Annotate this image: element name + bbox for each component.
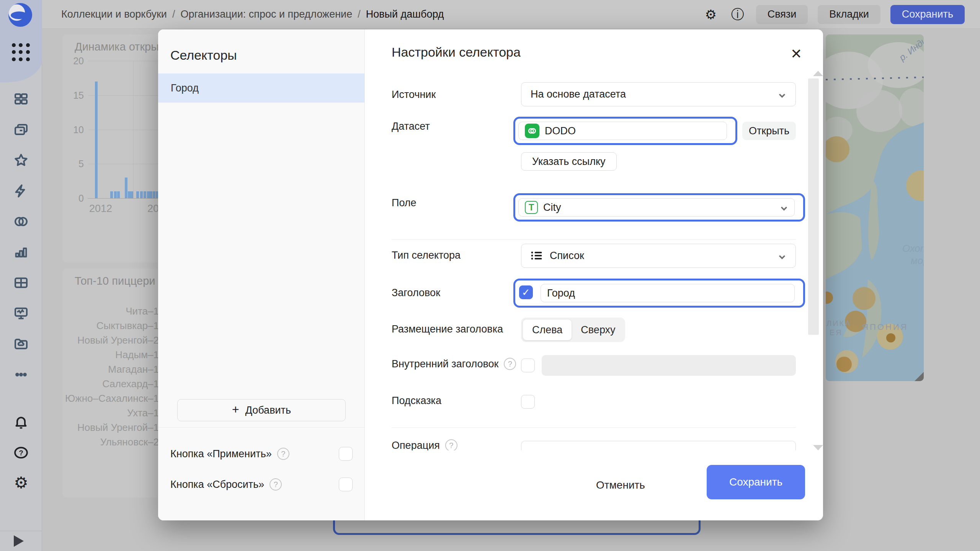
map-japan-label: ЯПОНИЯ: [862, 322, 908, 332]
reset-button-label: Кнопка «Сбросить»: [170, 479, 264, 491]
chevron-down-icon: [780, 203, 788, 212]
header-input[interactable]: Город: [541, 284, 795, 302]
operation-label: Операция ?: [392, 439, 457, 450]
map-korea-label-1: ЛИКА: [826, 319, 851, 328]
header-label: Заголовок: [392, 287, 440, 299]
chart-bar: [147, 191, 150, 198]
chart-bar: [110, 191, 113, 198]
inner-header-label: Внутренний заголовок ?: [392, 358, 516, 370]
dataset-icon: [525, 124, 539, 138]
help-icon[interactable]: ?: [504, 358, 516, 370]
y-tick: 15: [62, 90, 84, 101]
apps-grid-icon[interactable]: [12, 43, 30, 62]
chart-bar: [140, 191, 143, 198]
gear-icon[interactable]: ⚙: [702, 6, 719, 23]
top10-title: Топ-10 пиццери: [75, 275, 155, 287]
dataset-label: Датасет: [392, 121, 430, 132]
selector-list-item-gorod[interactable]: Город: [158, 73, 364, 103]
more-ellipsis-icon[interactable]: [11, 365, 31, 384]
header-focus-ring: ✓ Город: [513, 279, 805, 308]
links-button[interactable]: Связи: [756, 5, 808, 24]
chart-bar: [150, 191, 152, 198]
reset-button-checkbox[interactable]: [339, 478, 353, 491]
collections-icon[interactable]: [11, 121, 31, 140]
svg-text:?: ?: [19, 449, 23, 457]
scroll-up-icon[interactable]: [813, 71, 823, 76]
help-icon[interactable]: ?: [277, 448, 289, 460]
datalens-logo-icon[interactable]: [8, 3, 32, 27]
save-dashboard-button[interactable]: Сохранить: [890, 5, 965, 24]
map-sea-label-1: Охотс: [902, 243, 924, 254]
add-selector-button[interactable]: + Добавить: [177, 399, 346, 421]
storage-folder-icon[interactable]: [11, 334, 31, 354]
settings-gear-icon[interactable]: ⚙: [11, 473, 31, 492]
charts-icon[interactable]: [11, 243, 31, 262]
hint-checkbox[interactable]: [521, 395, 535, 409]
specify-link-button[interactable]: Указать ссылку: [521, 152, 617, 171]
chevron-down-icon: [778, 252, 786, 260]
cancel-button[interactable]: Отменить: [590, 471, 651, 499]
info-icon[interactable]: ⓘ: [729, 6, 746, 23]
breadcrumb-current: Новый дашборд: [366, 8, 444, 20]
header-input-value: Город: [547, 287, 575, 299]
placement-option-left[interactable]: Слева: [523, 320, 572, 340]
chevron-down-icon: [778, 90, 786, 99]
datasets-circles-icon[interactable]: [11, 212, 31, 231]
type-select[interactable]: Список: [521, 244, 796, 268]
help-icon[interactable]: ?: [445, 439, 457, 450]
operation-select[interactable]: [521, 441, 796, 450]
field-focus-ring: T City: [513, 193, 805, 222]
help-icon[interactable]: ?: [11, 443, 31, 462]
apply-button-row: Кнопка «Применить» ?: [170, 445, 353, 462]
source-select[interactable]: На основе датасета: [521, 82, 796, 106]
dashboards-icon[interactable]: [11, 90, 31, 109]
quick-actions-lightning-icon[interactable]: [11, 181, 31, 201]
breadcrumb-separator: /: [172, 8, 175, 20]
tables-icon[interactable]: [11, 273, 31, 292]
breadcrumb-collections[interactable]: Коллекции и воркбуки: [61, 8, 167, 20]
section-divider: [392, 239, 796, 240]
favorites-star-icon[interactable]: [11, 151, 31, 170]
field-label: Поле: [392, 197, 416, 209]
selector-item-label: Город: [171, 82, 199, 94]
expand-sidebar-icon[interactable]: [14, 535, 24, 547]
help-icon[interactable]: ?: [270, 478, 282, 491]
chart-bar: [117, 191, 120, 198]
apply-button-checkbox[interactable]: [339, 447, 353, 461]
dataset-value: DODO: [545, 125, 576, 137]
field-value: City: [543, 202, 561, 214]
type-value: Список: [550, 250, 584, 262]
inner-header-checkbox[interactable]: [521, 359, 535, 372]
type-label: Тип селектора: [392, 249, 461, 261]
placement-label: Размещение заголовка: [392, 323, 503, 335]
field-select[interactable]: T City: [518, 198, 795, 217]
header-checkbox[interactable]: ✓: [519, 285, 533, 299]
x-tick: 20: [147, 203, 159, 215]
settings-title: Настройки селектора: [392, 45, 521, 60]
breadcrumb-workbook[interactable]: Организации: спрос и предложение: [180, 8, 352, 20]
hint-label: Подсказка: [392, 395, 441, 407]
scrollbar-thumb[interactable]: [808, 78, 819, 335]
dialog-footer: Отменить Сохранить: [365, 450, 823, 520]
monitoring-icon[interactable]: [11, 304, 31, 323]
chart-bar: [131, 191, 133, 198]
list-type-icon: [531, 250, 544, 262]
placement-option-top[interactable]: Сверху: [572, 320, 624, 340]
section-divider: [392, 427, 796, 428]
sidebar: ? ⚙: [0, 0, 42, 551]
close-icon[interactable]: ✕: [788, 46, 805, 62]
tabs-button[interactable]: Вкладки: [818, 5, 880, 24]
chart-bar: [144, 191, 146, 198]
apply-button-label: Кнопка «Применить»: [170, 448, 272, 460]
string-field-type-icon: T: [525, 201, 538, 214]
dataset-field[interactable]: DODO: [518, 122, 727, 140]
selectors-panel: Селекторы Город + Добавить Кнопка «Приме…: [158, 29, 365, 520]
breadcrumb-separator: /: [358, 8, 361, 20]
scroll-down-icon[interactable]: [813, 445, 823, 450]
inner-header-label-text: Внутренний заголовок: [392, 358, 498, 370]
map-widget: р. Инди Охотс мор ЯПОНИЯ ЛИКА ЕЯ: [826, 34, 924, 381]
open-dataset-button[interactable]: Открыть: [742, 122, 796, 140]
save-selector-button[interactable]: Сохранить: [707, 465, 805, 499]
notifications-bell-icon[interactable]: [11, 412, 31, 432]
selectors-panel-title: Селекторы: [170, 48, 237, 63]
